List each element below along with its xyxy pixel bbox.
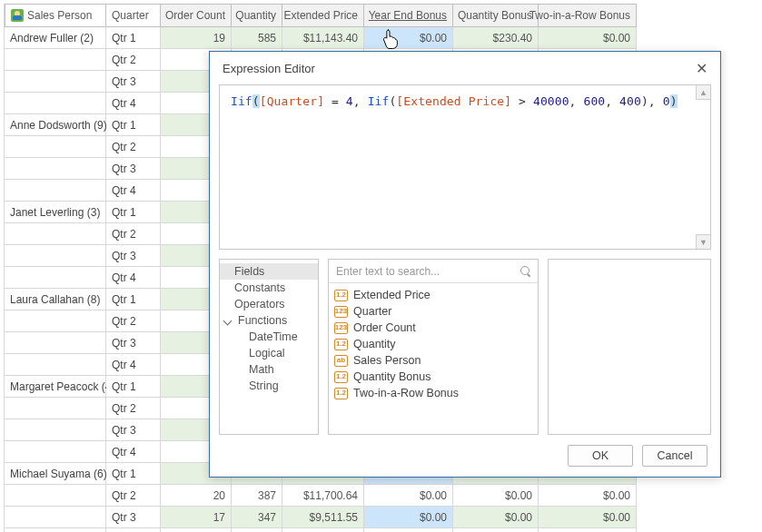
quarter-cell[interactable]: Qtr 1 xyxy=(106,463,161,485)
quantity-cell[interactable]: 387 xyxy=(232,485,282,507)
group-cell[interactable] xyxy=(5,398,106,419)
group-cell[interactable] xyxy=(5,158,106,180)
group-cell[interactable] xyxy=(5,245,106,267)
list-item[interactable]: 123Quarter xyxy=(329,303,538,320)
group-cell[interactable] xyxy=(5,223,106,245)
group-cell[interactable] xyxy=(5,136,106,158)
quantity-bonus-cell[interactable] xyxy=(453,528,539,532)
quarter-cell[interactable]: Qtr 1 xyxy=(106,289,161,310)
quarter-cell[interactable]: Qtr 3 xyxy=(106,419,161,441)
quantity-bonus-cell[interactable]: $0.00 xyxy=(453,485,539,507)
group-cell[interactable] xyxy=(5,310,106,332)
tree-node-math[interactable]: Math xyxy=(220,361,318,378)
quarter-cell[interactable]: Qtr 3 xyxy=(106,245,161,267)
group-cell[interactable] xyxy=(5,49,106,71)
group-cell[interactable]: Margaret Peacock (4) xyxy=(5,376,106,398)
quarter-cell[interactable]: Qtr 4 xyxy=(106,180,161,202)
group-cell[interactable]: Anne Dodsworth (9) xyxy=(5,114,106,136)
close-icon[interactable]: ✕ xyxy=(692,56,711,81)
group-cell[interactable] xyxy=(5,419,106,441)
quarter-cell[interactable]: Qtr 4 xyxy=(106,267,161,289)
tree-node-constants[interactable]: Constants xyxy=(220,280,318,296)
quarter-cell[interactable]: Qtr 2 xyxy=(106,136,161,158)
quantity-cell[interactable]: 531 xyxy=(232,528,282,532)
two-in-a-row-bonus-cell[interactable]: $0.00 xyxy=(539,485,637,507)
tree-node-operators[interactable]: Operators xyxy=(220,296,318,312)
group-cell[interactable] xyxy=(5,507,106,528)
column-header-two-in-a-row-bonus[interactable]: Two-in-a-Row Bonus xyxy=(539,4,637,27)
quarter-cell[interactable]: Qtr 3 xyxy=(106,332,161,354)
expression-text-editor[interactable]: Iif([Quarter] = 4, Iif([Extended Price] … xyxy=(219,84,711,250)
extended-price-cell[interactable]: $9,511.55 xyxy=(282,507,364,528)
group-cell[interactable] xyxy=(5,354,106,376)
column-header-extended-price[interactable]: Extended Price xyxy=(282,4,364,27)
year-end-bonus-cell[interactable]: $0.00 xyxy=(364,507,453,528)
quarter-cell[interactable]: Qtr 4 xyxy=(106,354,161,376)
two-in-a-row-bonus-cell[interactable]: $0.00 xyxy=(539,507,637,528)
group-cell[interactable] xyxy=(5,93,106,114)
tree-node-logical[interactable]: Logical xyxy=(220,345,318,361)
quantity-cell[interactable]: 585 xyxy=(232,27,282,49)
group-cell[interactable] xyxy=(5,71,106,93)
search-input[interactable] xyxy=(334,264,520,279)
quantity-bonus-cell[interactable]: $0.00 xyxy=(453,507,539,528)
ok-button[interactable]: OK xyxy=(568,445,633,467)
order-count-cell[interactable]: 19 xyxy=(161,27,232,49)
tree-node-fields[interactable]: Fields xyxy=(220,263,318,280)
list-item[interactable]: 1.2Quantity xyxy=(329,336,538,352)
tree-node-string[interactable]: String xyxy=(220,378,318,394)
quarter-cell[interactable]: Qtr 3 xyxy=(106,507,161,528)
group-cell[interactable] xyxy=(5,528,106,532)
tree-node-datetime[interactable]: DateTime xyxy=(220,329,318,345)
column-header-year-end-bonus[interactable]: Year End Bonus xyxy=(364,4,453,27)
list-item[interactable]: 1.2Two-in-a-Row Bonus xyxy=(329,385,538,401)
column-header-order-count[interactable]: Order Count xyxy=(161,4,232,27)
quarter-cell[interactable]: Qtr 2 xyxy=(106,398,161,419)
scroll-up-icon[interactable]: ▲ xyxy=(696,85,710,100)
extended-price-cell[interactable]: $11,143.40 xyxy=(282,27,364,49)
group-cell[interactable] xyxy=(5,441,106,463)
group-cell[interactable] xyxy=(5,485,106,507)
list-item[interactable]: abSales Person xyxy=(329,352,538,369)
group-cell[interactable]: Andrew Fuller (2) xyxy=(5,27,106,49)
quarter-cell[interactable]: Qtr 1 xyxy=(106,202,161,223)
order-count-cell[interactable]: 26 xyxy=(161,528,232,532)
quarter-cell[interactable]: Qtr 1 xyxy=(106,114,161,136)
year-end-bonus-cell[interactable]: $0.00 xyxy=(364,485,453,507)
column-header-quantity-bonus[interactable]: Quantity Bonus xyxy=(453,4,539,27)
quarter-cell[interactable]: Qtr 2 xyxy=(106,485,161,507)
group-cell[interactable]: Michael Suyama (6) xyxy=(5,463,106,485)
two-in-a-row-bonus-cell[interactable]: $0.00 xyxy=(539,27,637,49)
group-cell[interactable] xyxy=(5,332,106,354)
list-item[interactable]: 1.2Quantity Bonus xyxy=(329,369,538,385)
quantity-bonus-cell[interactable]: $230.40 xyxy=(453,27,539,49)
two-in-a-row-bonus-cell[interactable] xyxy=(539,528,637,532)
order-count-cell[interactable]: 17 xyxy=(161,507,232,528)
extended-price-cell[interactable] xyxy=(282,528,364,532)
quantity-cell[interactable]: 347 xyxy=(232,507,282,528)
group-cell[interactable] xyxy=(5,267,106,289)
quarter-cell[interactable]: Qtr 1 xyxy=(106,376,161,398)
group-cell[interactable]: Laura Callahan (8) xyxy=(5,289,106,310)
column-header-quarter[interactable]: Quarter xyxy=(106,4,161,27)
quarter-cell[interactable]: Qtr 2 xyxy=(106,310,161,332)
quarter-cell[interactable]: Qtr 3 xyxy=(106,71,161,93)
list-item[interactable]: 123Order Count xyxy=(329,320,538,336)
list-item[interactable]: 1.2Extended Price xyxy=(329,287,538,303)
column-header-quantity[interactable]: Quantity xyxy=(232,4,282,27)
field-search[interactable] xyxy=(329,260,538,283)
quarter-cell[interactable]: Qtr 4 xyxy=(106,93,161,114)
quarter-cell[interactable]: Qtr 2 xyxy=(106,49,161,71)
quarter-cell[interactable]: Qtr 4 xyxy=(106,528,161,532)
year-end-bonus-cell[interactable]: $0.00 xyxy=(364,27,453,49)
quarter-cell[interactable]: Qtr 1 xyxy=(106,27,161,49)
order-count-cell[interactable]: 20 xyxy=(161,485,232,507)
field-list[interactable]: 1.2Extended Price123Quarter123Order Coun… xyxy=(329,283,538,405)
category-tree[interactable]: Fields Constants Operators Functions Dat… xyxy=(219,259,319,435)
quarter-cell[interactable]: Qtr 2 xyxy=(106,223,161,245)
quarter-cell[interactable]: Qtr 4 xyxy=(106,441,161,463)
year-end-bonus-cell[interactable] xyxy=(364,528,453,532)
tree-node-functions[interactable]: Functions xyxy=(220,312,318,329)
quarter-cell[interactable]: Qtr 3 xyxy=(106,158,161,180)
cancel-button[interactable]: Cancel xyxy=(642,445,708,467)
